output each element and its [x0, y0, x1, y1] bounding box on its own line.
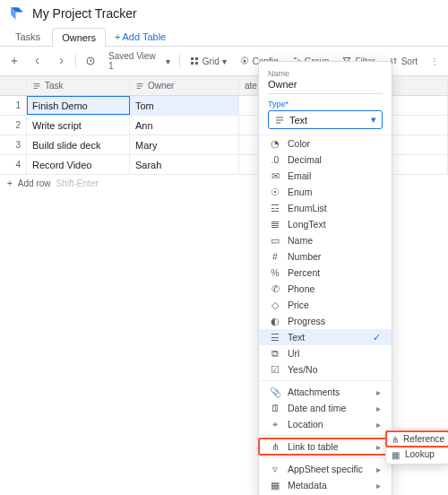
row-number: 2: [0, 116, 27, 135]
column-config-panel: Name Owner Type* Text ▾ ◔Color .0Decimal…: [258, 61, 392, 495]
field-name-value[interactable]: Owner: [268, 79, 383, 94]
svg-point-5: [243, 60, 246, 63]
svg-rect-1: [191, 57, 194, 60]
redo-button[interactable]: [52, 54, 70, 68]
cell-task[interactable]: Build slide deck: [27, 135, 130, 154]
appsheet-icon: ▿: [270, 464, 280, 474]
type-option-percent[interactable]: %Percent: [259, 265, 392, 281]
add-table-button[interactable]: +Add Table: [108, 28, 173, 46]
metadata-icon: ▦: [270, 480, 280, 491]
undo-button[interactable]: [29, 54, 47, 68]
chevron-down-icon: ▾: [371, 114, 376, 126]
row-number: 4: [0, 155, 27, 174]
text-icon: [135, 82, 144, 91]
svg-rect-3: [191, 62, 194, 65]
number-icon: #: [270, 251, 280, 262]
divider: [259, 457, 392, 458]
layout-grid-button[interactable]: Grid ▾: [185, 54, 230, 68]
attachment-icon: 📎: [270, 386, 280, 397]
row-number: 3: [0, 135, 27, 154]
reference-icon: ⋔: [392, 435, 399, 444]
saved-view-dropdown[interactable]: Saved View 1 ▾: [105, 49, 174, 73]
svg-point-6: [294, 57, 296, 59]
field-type-label: Type*: [268, 100, 383, 109]
column-header-owner[interactable]: Owner: [130, 76, 239, 95]
progress-icon: ◐: [270, 316, 280, 326]
link-icon: ⋔: [270, 441, 280, 452]
chevron-down-icon: ▾: [166, 56, 170, 66]
type-option-metadata[interactable]: ▦Metadata▸: [259, 477, 392, 493]
yesno-icon: ☑: [270, 364, 280, 375]
longtext-icon: 𝌆: [270, 219, 280, 230]
divider: [259, 380, 392, 381]
type-option-progress[interactable]: ◐Progress: [259, 313, 392, 329]
type-option-phone[interactable]: ✆Phone: [259, 281, 392, 297]
svg-rect-2: [195, 57, 198, 60]
color-icon: ◔: [270, 138, 280, 149]
cell-task[interactable]: Write script: [27, 116, 130, 135]
type-option-datetime[interactable]: 🗓Date and time▸: [259, 400, 392, 416]
text-icon: ☰: [270, 332, 280, 343]
percent-icon: %: [270, 267, 280, 278]
type-option-text[interactable]: ☰Text✓: [259, 329, 392, 345]
decimal-icon: .0: [270, 154, 280, 165]
tab-owners[interactable]: Owners: [52, 28, 106, 47]
plus-icon: +: [7, 178, 13, 188]
cell-owner[interactable]: Ann: [130, 116, 239, 135]
plus-icon: +: [115, 31, 120, 42]
name-icon: ▭: [270, 235, 280, 246]
type-option-yesno[interactable]: ☑Yes/No: [259, 361, 392, 378]
phone-icon: ✆: [270, 283, 280, 294]
enum-icon: ☉: [270, 187, 280, 197]
type-option-longtext[interactable]: 𝌆LongText: [259, 216, 392, 232]
app-title: My Project Tracker: [32, 6, 137, 21]
cell-task[interactable]: Record Video: [27, 155, 130, 174]
more-button[interactable]: ⋮: [426, 55, 443, 68]
divider: [259, 435, 392, 436]
type-option-enumlist[interactable]: ☲EnumList: [259, 200, 392, 216]
type-option-enum[interactable]: ☉Enum: [259, 184, 392, 200]
chevron-right-icon: ▸: [376, 387, 381, 397]
type-option-appsheet[interactable]: ▿AppSheet specific▸: [259, 461, 392, 477]
grid-icon: [189, 56, 200, 66]
url-icon: ⧉: [270, 348, 280, 359]
chevron-right-icon: ▸: [376, 404, 381, 413]
gear-icon: [239, 56, 250, 66]
type-option-email[interactable]: ✉Email: [259, 168, 392, 184]
calendar-icon: 🗓: [270, 403, 280, 413]
add-button[interactable]: [5, 54, 23, 68]
history-button[interactable]: [82, 54, 99, 68]
row-number-header: [0, 76, 27, 95]
cell-task[interactable]: Finish Demo: [27, 96, 130, 115]
chevron-right-icon: ▸: [376, 442, 381, 452]
cell-owner[interactable]: Tom: [130, 96, 239, 115]
type-option-url[interactable]: ⧉Url: [259, 345, 392, 361]
row-number: 1: [0, 96, 27, 115]
location-icon: ⌖: [270, 419, 280, 430]
tab-tasks[interactable]: Tasks: [5, 27, 50, 46]
appsheet-logo-icon: [9, 5, 25, 22]
email-icon: ✉: [270, 170, 280, 181]
app-header: My Project Tracker: [0, 0, 448, 27]
type-option-name[interactable]: ▭Name: [259, 232, 392, 248]
field-type-dropdown[interactable]: Text ▾: [268, 110, 383, 129]
cell-owner[interactable]: Sarah: [130, 155, 239, 174]
type-option-attachments[interactable]: 📎Attachments▸: [259, 384, 392, 400]
field-name-label: Name: [268, 69, 383, 78]
type-option-link-to-table[interactable]: ⋔Link to table▸: [259, 439, 392, 455]
type-option-number[interactable]: #Number: [259, 248, 392, 265]
column-header-task[interactable]: Task: [27, 76, 130, 95]
submenu-option-reference[interactable]: ⋔Reference: [386, 431, 448, 447]
check-icon: ✓: [373, 332, 381, 343]
lookup-icon: ▦: [392, 450, 401, 459]
type-option-location[interactable]: ⌖Location▸: [259, 416, 392, 432]
type-option-price[interactable]: ◇Price: [259, 297, 392, 313]
type-option-decimal[interactable]: .0Decimal: [259, 152, 392, 168]
table-tabs: Tasks Owners +Add Table: [0, 27, 448, 47]
submenu-option-lookup[interactable]: ▦Lookup: [386, 447, 448, 462]
cell-owner[interactable]: Mary: [130, 135, 239, 154]
chevron-right-icon: ▸: [376, 420, 381, 430]
link-to-table-submenu: ⋔Reference ▦Lookup: [385, 429, 448, 465]
chevron-right-icon: ▸: [376, 481, 381, 491]
type-option-color[interactable]: ◔Color: [259, 135, 392, 152]
